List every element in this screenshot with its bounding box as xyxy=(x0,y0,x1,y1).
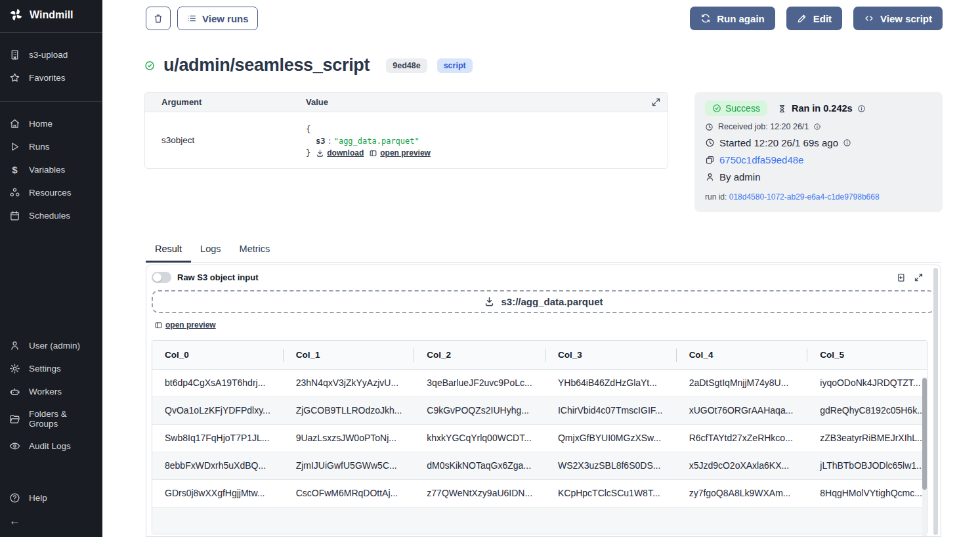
collapse-sidebar-button[interactable]: ← xyxy=(0,509,102,537)
run-id-label: run id: xyxy=(705,192,727,202)
sidebar-item-label: Folders & Groups xyxy=(29,409,93,429)
info-icon[interactable] xyxy=(843,139,851,147)
duration-text: Ran in 0.242s xyxy=(792,103,853,114)
copy-clipboard-icon[interactable] xyxy=(896,272,906,282)
table-cell: GDrs0j8wXXgfHgjjMtw... xyxy=(152,488,284,498)
sidebar-item-label: Schedules xyxy=(29,211,70,221)
windmill-logo[interactable]: Windmill xyxy=(0,0,102,28)
status-badge: Success xyxy=(705,100,767,116)
sidebar-item-home[interactable]: Home xyxy=(0,112,102,135)
s3-download-button[interactable]: s3://agg_data.parquet xyxy=(152,290,935,313)
raw-s3-toggle[interactable] xyxy=(152,272,171,283)
column-header: Col_3 xyxy=(545,341,677,369)
tab-metrics[interactable]: Metrics xyxy=(230,238,280,263)
view-runs-button[interactable]: View runs xyxy=(177,7,258,30)
sidebar-item-runs[interactable]: Runs xyxy=(0,135,102,158)
run-id-link[interactable]: 018d4580-1072-ab29-e6a4-c1de9798b668 xyxy=(729,192,880,202)
open-preview-label: open preview xyxy=(380,147,431,159)
user-icon xyxy=(705,172,715,182)
table-cell: IChirVbid4c07TmscIGIF... xyxy=(545,405,677,416)
sidebar-item-favorites[interactable]: Favorites xyxy=(0,66,102,89)
sidebar-item-user[interactable]: User (admin) xyxy=(0,334,102,357)
sidebar-item-audit-logs[interactable]: Audit Logs xyxy=(0,435,102,458)
toolbar-left: View runs xyxy=(146,7,258,30)
sidebar-item-schedules[interactable]: Schedules xyxy=(0,204,102,227)
script-type-badge: script xyxy=(437,58,473,73)
delete-button[interactable] xyxy=(146,7,171,30)
table-scrollbar-thumb[interactable] xyxy=(922,378,927,490)
edit-button[interactable]: Edit xyxy=(786,7,842,30)
table-cell: iyqoODoNk4JRDQTZT... xyxy=(807,377,927,388)
tab-logs[interactable]: Logs xyxy=(191,238,230,263)
table-cell: xUGOt76ORGrAAHaqa... xyxy=(677,405,808,416)
pinwheel-icon xyxy=(9,8,23,22)
table-cell: CscOFwM6MRqDOttAj... xyxy=(284,488,415,498)
table-cell: QmjxGfBYUI0MGzXSw... xyxy=(545,433,677,443)
table-cell: 3qeBarlueJF2uvc9PoLc... xyxy=(414,377,545,388)
s3-uri-text: s3://agg_data.parquet xyxy=(501,296,603,307)
table-row: 8ebbFxWDxrh5uXdBQ... ZjmIJUiGwfU5GWw5C..… xyxy=(152,452,927,480)
by-admin-text: By admin xyxy=(719,171,761,183)
sidebar-item-settings[interactable]: Settings xyxy=(0,357,102,380)
run-status-panel: Success Ran in 0.242s Received job: 12:2… xyxy=(694,92,943,212)
arguments-table-header: Argument Value xyxy=(145,93,668,112)
page-title: u/admin/seamless_script xyxy=(163,55,370,75)
column-header: Col_0 xyxy=(152,341,284,369)
sidebar: Windmill s3-upload Favorites Home Runs $… xyxy=(0,0,102,537)
table-cell: x5Jzd9cO2oXAxla6KX... xyxy=(677,460,808,471)
raw-s3-toggle-label: Raw S3 object input xyxy=(177,272,259,282)
sidebar-item-label: Home xyxy=(29,119,53,129)
tab-result[interactable]: Result xyxy=(146,238,191,263)
received-job-text: Received job: 12:20 26/1 xyxy=(718,122,809,131)
table-cell: QvOa1oLzKFjYDFPdlxy... xyxy=(152,405,284,416)
table-cell: ZjmIJUiGwfU5GWw5C... xyxy=(284,460,415,471)
result-panel: Raw S3 object input s3://agg_data.parque… xyxy=(146,265,941,537)
play-icon xyxy=(9,141,20,152)
started-text: Started 12:20 26/1 69s ago xyxy=(719,137,838,148)
worker-link[interactable]: 6750c1dfa59ed48e xyxy=(719,154,803,165)
expand-icon[interactable] xyxy=(651,97,661,107)
sidebar-item-workers[interactable]: Workers xyxy=(0,380,102,403)
value-column-header: Value xyxy=(306,97,651,107)
open-preview-link[interactable]: open preview xyxy=(369,147,431,159)
table-cell: R6cfTAYtd27xZeRHkco... xyxy=(677,433,808,443)
table-cell: 9UazLsxzsJW0oPToNj... xyxy=(284,433,415,443)
open-preview-link[interactable]: open preview xyxy=(154,320,216,330)
calendar-icon xyxy=(9,210,20,221)
result-data-table: Col_0 Col_1 Col_2 Col_3 Col_4 Col_5 bt6d… xyxy=(152,340,927,534)
column-header: Col_1 xyxy=(284,341,415,369)
sidebar-item-s3-upload[interactable]: s3-upload xyxy=(0,43,102,66)
argument-value-json: { s3:"agg_data.parquet" } download open … xyxy=(306,123,431,159)
sidebar-item-variables[interactable]: $ Variables xyxy=(0,158,102,181)
app-title: Windmill xyxy=(30,9,74,21)
refresh-icon xyxy=(700,13,711,24)
info-icon[interactable] xyxy=(857,104,866,113)
trash-icon xyxy=(153,13,163,24)
argument-column-header: Argument xyxy=(161,97,306,107)
expand-icon[interactable] xyxy=(914,272,924,282)
table-cell: 23hN4qxV3jZkYyAzjvU... xyxy=(284,377,415,388)
table-cell: dM0sKikNOTaqGx6Zga... xyxy=(414,460,545,471)
sidebar-item-help[interactable]: Help xyxy=(0,486,102,509)
success-check-icon xyxy=(144,60,155,71)
json-key: s3 xyxy=(316,137,325,146)
sidebar-item-label: Variables xyxy=(29,165,65,175)
sidebar-item-label: Help xyxy=(29,493,47,503)
download-link[interactable]: download xyxy=(316,147,364,159)
run-again-label: Run again xyxy=(717,13,765,24)
sidebar-item-folders-groups[interactable]: Folders & Groups xyxy=(0,403,102,435)
eye-icon xyxy=(9,440,20,452)
view-script-button[interactable]: View script xyxy=(853,7,943,30)
divider xyxy=(0,32,102,33)
info-icon[interactable] xyxy=(813,123,821,131)
run-again-button[interactable]: Run again xyxy=(690,7,775,30)
argument-row: s3object { s3:"agg_data.parquet" } downl… xyxy=(145,112,668,168)
star-icon xyxy=(9,72,20,83)
open-preview-label: open preview xyxy=(165,320,216,330)
panel-scrollbar[interactable] xyxy=(933,268,938,535)
column-header: Col_2 xyxy=(414,341,545,369)
json-brace-open: { xyxy=(306,123,431,135)
sidebar-item-resources[interactable]: Resources xyxy=(0,181,102,204)
title-row: u/admin/seamless_script 9ed48e script xyxy=(144,55,473,75)
sidebar-item-label: Audit Logs xyxy=(29,441,71,451)
